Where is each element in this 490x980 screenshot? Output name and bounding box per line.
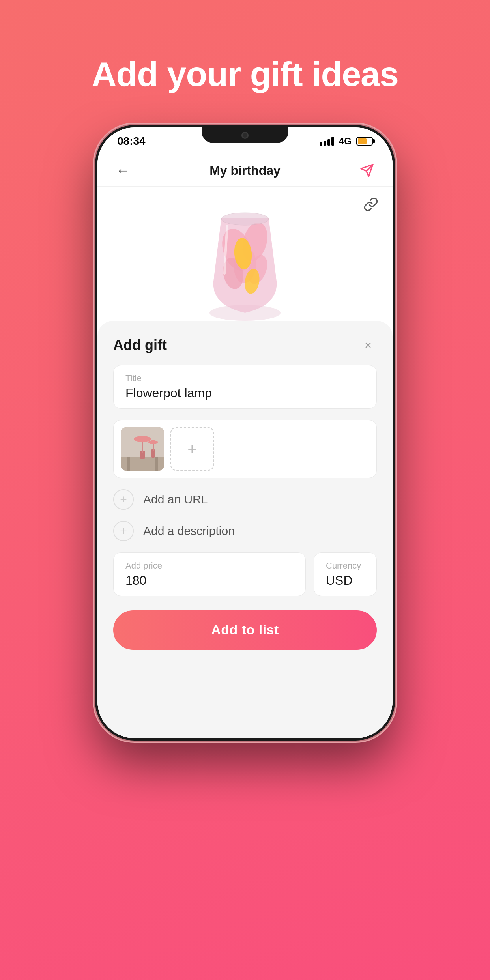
add-to-list-button[interactable]: Add to list — [113, 610, 377, 650]
sheet-header: Add gift × — [113, 337, 377, 354]
back-arrow-icon: ← — [116, 163, 130, 178]
price-field[interactable]: Add price 180 — [113, 552, 306, 596]
title-value: Flowerpot lamp — [125, 386, 365, 400]
nav-title: My birthday — [209, 163, 281, 178]
add-description-field[interactable]: + Add a description — [113, 521, 377, 541]
link-icon — [363, 197, 378, 212]
price-label: Add price — [125, 561, 294, 571]
battery-fill — [358, 138, 367, 144]
phone-mockup: 08:34 4G ← My birthd — [95, 125, 395, 741]
currency-value: USD — [326, 573, 365, 588]
link-button[interactable] — [361, 195, 381, 214]
image-upload-area[interactable]: + — [113, 420, 377, 478]
share-button[interactable] — [357, 161, 377, 180]
title-field[interactable]: Title Flowerpot lamp — [113, 365, 377, 409]
add-url-button[interactable]: + — [113, 489, 134, 510]
price-value: 180 — [125, 573, 294, 588]
add-url-plus-icon: + — [120, 494, 127, 505]
bottom-sheet: Add gift × Title Flowerpot lamp — [97, 321, 393, 738]
price-row: Add price 180 Currency USD — [113, 552, 377, 596]
add-description-label: Add a description — [143, 524, 235, 538]
notch — [202, 127, 288, 143]
currency-label: Currency — [326, 561, 365, 571]
lamp-thumbnail-icon — [121, 427, 164, 471]
signal-bar-1 — [320, 142, 322, 146]
app-content: ← My birthday — [97, 155, 393, 738]
svg-point-8 — [221, 213, 269, 225]
signal-bar-4 — [331, 137, 334, 146]
add-url-label: Add an URL — [143, 493, 208, 506]
signal-bar-3 — [327, 139, 330, 146]
signal-bars-icon — [320, 137, 334, 146]
page-heading: Add your gift ideas — [92, 55, 398, 94]
sheet-title: Add gift — [113, 337, 167, 353]
nav-bar: ← My birthday — [97, 155, 393, 187]
close-button[interactable]: × — [359, 337, 377, 354]
product-image-area — [97, 187, 393, 321]
signal-bar-2 — [324, 141, 326, 146]
svg-rect-13 — [155, 457, 158, 471]
back-button[interactable]: ← — [113, 161, 133, 180]
product-illustration — [194, 202, 296, 321]
add-image-plus-icon: + — [187, 441, 196, 457]
add-url-field[interactable]: + Add an URL — [113, 489, 377, 510]
add-image-button[interactable]: + — [170, 427, 214, 471]
status-time: 08:34 — [117, 135, 146, 148]
add-to-list-label: Add to list — [211, 622, 279, 638]
camera — [241, 132, 249, 139]
add-description-button[interactable]: + — [113, 521, 134, 541]
share-icon — [360, 163, 374, 178]
status-icons: 4G — [320, 136, 373, 147]
close-icon: × — [365, 339, 372, 352]
battery-icon — [356, 137, 373, 146]
phone-screen: 08:34 4G ← My birthd — [97, 127, 393, 738]
currency-field[interactable]: Currency USD — [314, 552, 377, 596]
uploaded-image — [121, 427, 164, 471]
svg-rect-12 — [127, 457, 130, 471]
add-description-plus-icon: + — [120, 525, 127, 537]
status-bar: 08:34 4G — [97, 127, 393, 155]
title-label: Title — [125, 373, 365, 383]
network-label: 4G — [339, 136, 352, 147]
